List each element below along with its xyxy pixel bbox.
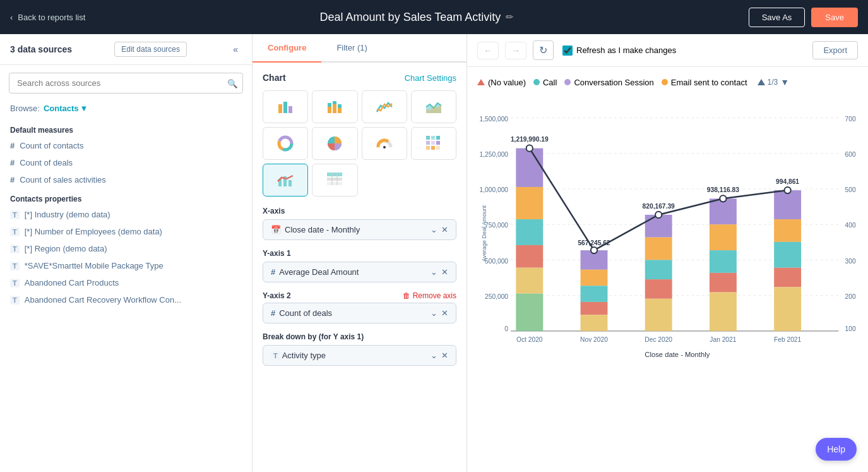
- svg-rect-69: [645, 238, 672, 260]
- yaxis2-actions: ⌄ ✕: [431, 308, 448, 318]
- svg-rect-5: [333, 104, 336, 113]
- chart-type-line[interactable]: [362, 90, 407, 123]
- tab-filter[interactable]: Filter (1): [321, 34, 382, 63]
- svg-rect-18: [431, 136, 435, 140]
- save-as-button[interactable]: Save As: [749, 8, 806, 27]
- yaxis1-select[interactable]: # Average Deal Amount ⌄ ✕: [263, 262, 456, 282]
- svg-rect-4: [328, 103, 331, 107]
- chart-settings-link[interactable]: Chart Settings: [405, 73, 456, 83]
- svg-rect-28: [288, 180, 292, 186]
- yaxis2-value: Count of deals: [279, 308, 332, 318]
- tab-configure[interactable]: Configure: [253, 34, 321, 63]
- svg-text:1,000,000: 1,000,000: [480, 186, 509, 193]
- refresh-checkbox[interactable]: [562, 45, 573, 56]
- yaxis1-label: Y-axis 1: [263, 249, 456, 258]
- browse-contacts-dropdown[interactable]: Contacts ▼: [44, 104, 88, 113]
- right-panel: ← → ↻ Refresh as I make changes Export (…: [467, 34, 868, 472]
- help-button[interactable]: Help: [816, 438, 857, 461]
- svg-rect-25: [436, 146, 440, 150]
- svg-point-14: [282, 140, 288, 147]
- svg-rect-7: [338, 108, 342, 113]
- chart-type-gauge[interactable]: [362, 127, 407, 160]
- breakdown-select[interactable]: T Activity type ⌄ ✕: [263, 345, 456, 366]
- left-scroll: Default measures # Count of contacts # C…: [0, 119, 252, 472]
- measure-count-sales-activities[interactable]: # Count of sales activities: [0, 171, 252, 188]
- hash-icon: #: [271, 267, 275, 277]
- yaxis2-row-header: Y-axis 2 🗑 Remove axis: [263, 291, 456, 300]
- edit-title-icon[interactable]: ✏: [506, 11, 514, 23]
- chart-type-combo[interactable]: [263, 164, 308, 197]
- svg-rect-65: [581, 286, 608, 302]
- yaxis1-value: Average Deal Amount: [279, 267, 359, 277]
- back-button[interactable]: ‹ Back to reports list: [10, 13, 85, 22]
- measure-count-contacts[interactable]: # Count of contacts: [0, 137, 252, 154]
- xaxis-inner: 📅 Close date - Monthly: [271, 225, 360, 234]
- search-button[interactable]: 🔍: [227, 78, 238, 88]
- contacts-props-title: Contacts properties: [0, 188, 252, 206]
- prop-mobile-package[interactable]: T *SAVE*Smarttel Mobile Package Type: [0, 257, 252, 274]
- xaxis-select[interactable]: 📅 Close date - Monthly ⌄ ✕: [263, 219, 456, 240]
- svg-text:750,000: 750,000: [485, 222, 508, 229]
- svg-text:Feb 2021: Feb 2021: [774, 336, 801, 343]
- svg-rect-81: [774, 268, 801, 287]
- clear-yaxis1-icon[interactable]: ✕: [441, 267, 448, 277]
- chart-type-grid[interactable]: [411, 127, 456, 160]
- clear-yaxis2-icon[interactable]: ✕: [441, 308, 448, 318]
- chart-type-stacked-bar[interactable]: [312, 90, 357, 123]
- svg-text:938,116.83: 938,116.83: [707, 186, 739, 193]
- svg-text:1,219,990.19: 1,219,990.19: [511, 136, 549, 143]
- browse-label: Browse:: [10, 104, 40, 113]
- topbar: ‹ Back to reports list Deal Amount by Sa…: [0, 0, 868, 34]
- search-input[interactable]: [9, 73, 243, 94]
- edit-data-sources-button[interactable]: Edit data sources: [114, 42, 187, 57]
- trash-icon: 🗑: [403, 291, 410, 300]
- measure-count-deals[interactable]: # Count of deals: [0, 154, 252, 171]
- svg-rect-78: [774, 190, 801, 219]
- middle-scroll: Chart Chart Settings: [253, 63, 467, 472]
- clear-xaxis-icon[interactable]: ✕: [441, 225, 448, 234]
- prop-label: [*] Region (demo data): [25, 244, 107, 253]
- refresh-button[interactable]: ↻: [533, 40, 554, 60]
- svg-text:Oct 2020: Oct 2020: [516, 336, 543, 343]
- clear-breakdown-icon[interactable]: ✕: [441, 351, 448, 360]
- chart-type-bar[interactable]: [263, 90, 308, 123]
- hash-icon: #: [271, 308, 275, 318]
- measure-label: Count of deals: [20, 158, 73, 167]
- chart-type-pie[interactable]: [312, 127, 357, 160]
- svg-text:250,000: 250,000: [485, 293, 508, 300]
- save-button[interactable]: Save: [811, 8, 858, 27]
- refresh-text: Refresh as I make changes: [576, 45, 676, 55]
- svg-text:Average Deal Amount: Average Deal Amount: [481, 205, 487, 262]
- prop-type-T: T: [10, 279, 20, 287]
- svg-rect-59: [516, 219, 543, 245]
- svg-rect-20: [426, 141, 430, 145]
- yaxis2-select[interactable]: # Count of deals ⌄ ✕: [263, 303, 456, 324]
- breakdown-inner: T Activity type: [271, 351, 326, 360]
- chart-type-donut[interactable]: [263, 127, 308, 160]
- prop-abandoned-cart[interactable]: T Abandoned Cart Products: [0, 274, 252, 291]
- collapse-panel-button[interactable]: «: [229, 43, 242, 56]
- chart-type-table[interactable]: [312, 164, 357, 197]
- prop-region[interactable]: T [*] Region (demo data): [0, 240, 252, 257]
- prop-abandoned-cart-recovery[interactable]: T Abandoned Cart Recovery Workflow Con..…: [0, 291, 252, 308]
- svg-rect-29: [327, 172, 342, 176]
- svg-rect-72: [645, 299, 672, 331]
- legend-row: (No value) Call Conversation Session Ema…: [477, 77, 858, 87]
- svg-text:0: 0: [504, 325, 508, 332]
- prop-industry[interactable]: T [*] Industry (demo data): [0, 206, 252, 223]
- calendar-icon: 📅: [271, 225, 281, 234]
- svg-text:400: 400: [845, 222, 856, 229]
- svg-rect-79: [774, 219, 801, 242]
- remove-axis-button[interactable]: 🗑 Remove axis: [403, 291, 456, 300]
- undo-button[interactable]: ←: [477, 42, 499, 59]
- back-arrow-icon: ‹: [10, 13, 13, 22]
- data-sources-count: 3 data sources: [10, 44, 72, 54]
- xaxis-value: Close date - Monthly: [285, 225, 360, 234]
- export-button[interactable]: Export: [812, 41, 858, 59]
- redo-button[interactable]: →: [505, 42, 526, 59]
- chart-type-area[interactable]: [411, 90, 456, 123]
- svg-text:1,250,000: 1,250,000: [480, 151, 509, 158]
- prop-num-employees[interactable]: T [*] Number of Employees (demo data): [0, 223, 252, 240]
- yaxis2-inner: # Count of deals: [271, 308, 332, 318]
- chart-toolbar: ← → ↻ Refresh as I make changes Export: [467, 34, 868, 67]
